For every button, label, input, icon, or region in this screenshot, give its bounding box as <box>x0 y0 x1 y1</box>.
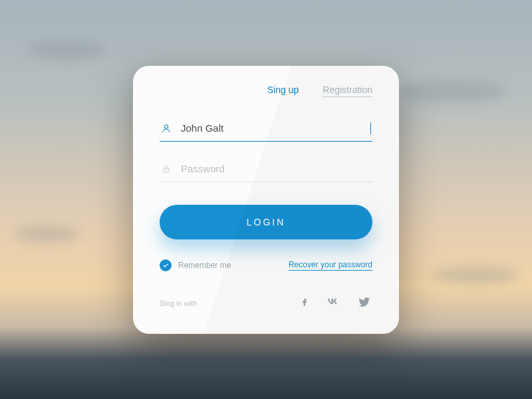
svg-point-0 <box>164 124 168 128</box>
auth-tabs: Sing up Registration <box>160 84 372 97</box>
social-signin-row: Sing in with <box>160 294 372 313</box>
svg-point-2 <box>166 170 166 170</box>
facebook-icon[interactable] <box>301 294 310 313</box>
username-field[interactable] <box>160 116 372 142</box>
remember-me[interactable]: Remember me <box>160 259 231 271</box>
remember-label: Remember me <box>178 261 231 270</box>
username-input[interactable] <box>181 122 361 134</box>
password-field[interactable] <box>160 156 372 182</box>
vk-icon[interactable] <box>323 295 343 311</box>
check-icon <box>160 259 172 271</box>
twitter-icon[interactable] <box>356 295 372 311</box>
login-card: Sing up Registration LOGIN <box>133 66 399 334</box>
social-signin-label: Sing in with <box>160 299 197 307</box>
recover-password-link[interactable]: Recover your password <box>289 260 372 271</box>
text-caret <box>370 122 371 134</box>
options-row: Remember me Recover your password <box>160 259 372 271</box>
tab-signup[interactable]: Sing up <box>267 84 299 97</box>
lock-icon <box>161 163 172 175</box>
password-input[interactable] <box>181 163 371 174</box>
social-icons <box>301 294 372 313</box>
login-button[interactable]: LOGIN <box>160 205 372 239</box>
tab-registration[interactable]: Registration <box>323 84 372 97</box>
user-icon <box>161 122 172 134</box>
